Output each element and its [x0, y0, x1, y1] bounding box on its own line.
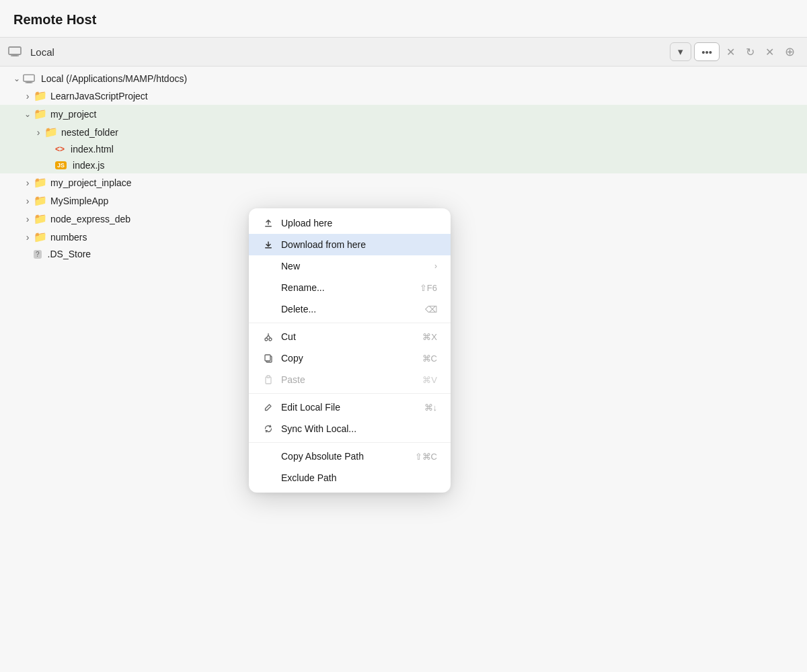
- menu-item-label: Cut: [281, 331, 296, 342]
- collapse-button[interactable]: ✕: [722, 43, 739, 61]
- menu-item-label: Edit Local File: [281, 402, 340, 413]
- menu-item-label: Copy Absolute Path: [281, 451, 364, 462]
- tree-root[interactable]: Local (/Applications/MAMP/htdocs): [0, 71, 807, 87]
- item-label: index.html: [71, 144, 114, 155]
- dropdown-button[interactable]: ▾: [670, 42, 691, 61]
- edit-icon: [262, 403, 274, 412]
- svg-line-11: [268, 335, 270, 338]
- menu-item-label: New: [281, 261, 300, 271]
- menu-item-rename[interactable]: Rename... ⇧F6: [249, 277, 451, 298]
- svg-rect-14: [265, 355, 270, 361]
- menu-item-cut[interactable]: Cut ⌘X: [249, 326, 451, 347]
- upload-icon: [262, 218, 274, 228]
- computer-icon: [8, 46, 22, 57]
- root-chevron: [11, 74, 23, 83]
- cut-shortcut: ⌘X: [422, 332, 437, 342]
- toolbar-location: Local: [8, 46, 667, 58]
- toolbar-actions: ▾ ••• ✕ ↻ ✕ ⊕: [670, 42, 799, 62]
- list-item[interactable]: <> index.html: [0, 141, 807, 157]
- list-item[interactable]: 📁 nested_folder: [0, 123, 807, 141]
- paste-shortcut: ⌘V: [422, 375, 437, 385]
- list-item[interactable]: 📁 my_project_inplace: [0, 173, 807, 192]
- item-chevron: [22, 177, 34, 188]
- menu-item-label: Exclude Path: [281, 472, 337, 483]
- more-button[interactable]: •••: [694, 42, 720, 61]
- list-item[interactable]: 📁 MySimpleApp: [0, 192, 807, 210]
- submenu-arrow: ›: [434, 261, 437, 271]
- download-icon: [262, 240, 274, 249]
- item-label: index.js: [73, 160, 104, 171]
- folder-icon: 📁: [34, 194, 47, 207]
- folder-icon: 📁: [34, 176, 47, 189]
- svg-rect-7: [265, 247, 272, 249]
- item-label: my_project_inplace: [50, 177, 132, 188]
- cut-icon: [262, 332, 274, 341]
- menu-item-exclude[interactable]: Exclude Path: [249, 467, 451, 489]
- edit-shortcut: ⌘↓: [424, 403, 438, 413]
- copy-icon: [262, 353, 274, 363]
- item-label: MySimpleApp: [50, 196, 108, 206]
- copy-path-shortcut: ⇧⌘C: [415, 452, 437, 462]
- delete-shortcut: ⌫: [425, 304, 437, 314]
- unknown-icon: ?: [34, 250, 42, 259]
- add-button[interactable]: ⊕: [781, 42, 799, 62]
- js-icon: JS: [55, 161, 67, 169]
- toolbar: Local ▾ ••• ✕ ↻ ✕ ⊕: [0, 37, 807, 67]
- svg-line-10: [266, 335, 268, 338]
- folder-icon: 📁: [34, 230, 47, 243]
- folder-icon: 📁: [34, 108, 47, 120]
- svg-rect-6: [265, 226, 272, 227]
- menu-item-label: Upload here: [281, 218, 332, 228]
- menu-item-upload[interactable]: Upload here: [249, 212, 451, 234]
- root-label: Local (/Applications/MAMP/htdocs): [41, 73, 187, 84]
- item-chevron: [22, 110, 34, 119]
- menu-item-copy[interactable]: Copy ⌘C: [249, 347, 451, 369]
- item-label: my_project: [50, 109, 96, 120]
- svg-point-9: [269, 338, 272, 341]
- menu-item-paste[interactable]: Paste ⌘V: [249, 369, 451, 390]
- svg-point-8: [265, 338, 268, 341]
- list-item[interactable]: 📁 my_project: [0, 105, 807, 123]
- menu-item-edit-local[interactable]: Edit Local File ⌘↓: [249, 396, 451, 418]
- menu-item-label: Download from here: [281, 239, 366, 250]
- context-menu: Upload here Download from here New › Ren…: [249, 208, 451, 493]
- rename-shortcut: ⇧F6: [420, 283, 437, 293]
- menu-item-sync[interactable]: Sync With Local...: [249, 418, 451, 439]
- file-panel: Remote Host Local ▾ ••• ✕ ↻ ✕ ⊕: [0, 0, 807, 672]
- paste-icon: [262, 375, 274, 384]
- item-chevron: [22, 214, 34, 224]
- html-icon: <>: [55, 144, 65, 154]
- menu-item-copy-path[interactable]: Copy Absolute Path ⇧⌘C: [249, 446, 451, 467]
- panel-title: Remote Host: [0, 0, 807, 37]
- toolbar-path-label: Local: [30, 46, 54, 58]
- folder-icon: 📁: [34, 212, 47, 225]
- refresh-button[interactable]: ↻: [742, 43, 759, 61]
- item-label: node_express_deb: [50, 214, 130, 224]
- item-chevron: [32, 127, 44, 138]
- item-label: nested_folder: [61, 127, 118, 138]
- list-item[interactable]: JS index.js: [0, 157, 807, 173]
- list-item[interactable]: 📁 LearnJavaScriptProject: [0, 87, 807, 105]
- menu-item-download[interactable]: Download from here: [249, 234, 451, 255]
- menu-item-new[interactable]: New ›: [249, 255, 451, 277]
- menu-separator: [249, 323, 451, 323]
- menu-item-label: Rename...: [281, 282, 325, 293]
- sync-icon: [262, 424, 274, 433]
- menu-item-label: Copy: [281, 353, 303, 364]
- item-label: LearnJavaScriptProject: [50, 91, 148, 101]
- menu-item-delete[interactable]: Delete... ⌫: [249, 298, 451, 320]
- item-chevron: [22, 91, 34, 101]
- menu-separator-3: [249, 442, 451, 443]
- svg-rect-3: [24, 75, 34, 81]
- folder-icon: 📁: [34, 89, 47, 102]
- menu-separator-2: [249, 393, 451, 394]
- item-chevron: [22, 232, 34, 243]
- menu-item-label: Sync With Local...: [281, 423, 356, 434]
- svg-rect-16: [267, 376, 270, 378]
- menu-item-label: Paste: [281, 374, 305, 385]
- svg-rect-0: [9, 47, 21, 54]
- close-button[interactable]: ✕: [761, 43, 778, 61]
- item-label: .DS_Store: [48, 249, 91, 259]
- menu-item-label: Delete...: [281, 304, 316, 314]
- item-chevron: [22, 196, 34, 206]
